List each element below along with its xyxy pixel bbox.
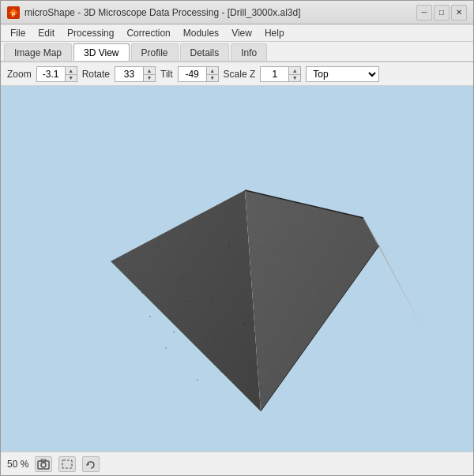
close-button[interactable]: ✕ <box>451 5 467 21</box>
svg-point-7 <box>228 245 230 246</box>
menu-file[interactable]: File <box>4 24 32 41</box>
face-left-overlay <box>111 190 261 411</box>
menu-view[interactable]: View <box>225 24 258 41</box>
zoom-input-group: ▲ ▼ <box>36 66 77 82</box>
scalez-label: Scale Z <box>224 69 256 80</box>
camera-icon[interactable] <box>35 456 52 472</box>
svg-point-8 <box>165 347 167 349</box>
tabs-bar: Image Map 3D View Profile Details Info <box>1 42 473 62</box>
svg-point-4 <box>197 229 198 231</box>
zoom-spinners: ▲ ▼ <box>65 67 77 81</box>
tab-details[interactable]: Details <box>180 43 230 61</box>
3d-viewport[interactable] <box>1 86 473 452</box>
zoom-percentage: 50 % <box>7 459 28 470</box>
svg-point-5 <box>213 300 214 302</box>
svg-point-14 <box>244 324 246 325</box>
rotate-up-button[interactable]: ▲ <box>144 67 155 74</box>
menu-processing[interactable]: Processing <box>61 24 120 41</box>
controls-bar: Zoom ▲ ▼ Rotate ▲ ▼ Tilt ▲ ▼ Scale Z <box>1 62 473 86</box>
svg-point-2 <box>157 245 159 246</box>
scalez-input[interactable] <box>261 67 288 81</box>
tilt-up-button[interactable]: ▲ <box>207 67 218 74</box>
scalez-input-group: ▲ ▼ <box>260 66 301 82</box>
face-top-connect-overlay <box>245 190 379 411</box>
zoom-input[interactable] <box>37 67 65 81</box>
title-bar-controls: ─ □ ✕ <box>416 5 467 21</box>
view-dropdown[interactable]: Top Front Side Perspective <box>306 66 379 82</box>
tilt-label: Tilt <box>160 69 173 80</box>
status-bar: 50 % <box>1 452 473 475</box>
tilt-input[interactable] <box>179 67 206 81</box>
menu-bar: File Edit Processing Correction Modules … <box>1 24 473 42</box>
svg-point-10 <box>220 371 222 373</box>
window-title: microShape - 3D Microscope Data Processi… <box>24 7 300 18</box>
svg-point-13 <box>141 292 143 294</box>
tab-3d-view[interactable]: 3D View <box>73 43 129 61</box>
rotate-down-button[interactable]: ▼ <box>144 74 155 81</box>
svg-point-3 <box>181 276 182 278</box>
tilt-spinners: ▲ ▼ <box>206 67 218 81</box>
svg-point-9 <box>205 339 206 341</box>
tilt-down-button[interactable]: ▼ <box>207 74 218 81</box>
rotate-label: Rotate <box>82 69 110 80</box>
maximize-button[interactable]: □ <box>434 5 450 21</box>
tab-profile[interactable]: Profile <box>131 43 179 61</box>
tab-info[interactable]: Info <box>231 43 267 61</box>
svg-point-16 <box>149 316 151 317</box>
menu-correction[interactable]: Correction <box>120 24 176 41</box>
face-right-overlay <box>363 218 427 336</box>
menu-edit[interactable]: Edit <box>32 24 61 41</box>
rotate-input-group: ▲ ▼ <box>115 66 156 82</box>
canvas-area <box>1 86 473 452</box>
tab-image-map[interactable]: Image Map <box>4 43 72 61</box>
rotate-spinners: ▲ ▼ <box>143 67 155 81</box>
scalez-up-button[interactable]: ▲ <box>289 67 300 74</box>
title-bar: μ microShape - 3D Microscope Data Proces… <box>1 1 473 24</box>
title-bar-left: μ microShape - 3D Microscope Data Proces… <box>7 6 300 19</box>
svg-point-6 <box>173 332 175 333</box>
zoom-label: Zoom <box>7 69 32 80</box>
svg-point-12 <box>189 300 190 302</box>
3d-shape-svg <box>40 103 434 435</box>
rotation-icon[interactable] <box>82 456 100 472</box>
scalez-spinners: ▲ ▼ <box>288 67 300 81</box>
svg-point-15 <box>252 355 254 357</box>
scalez-down-button[interactable]: ▼ <box>289 74 300 81</box>
menu-modules[interactable]: Modules <box>177 24 225 41</box>
svg-point-17 <box>197 379 198 380</box>
svg-text:μ: μ <box>12 10 15 17</box>
svg-rect-21 <box>62 460 72 468</box>
zoom-down-button[interactable]: ▼ <box>66 74 77 81</box>
app-icon: μ <box>7 6 20 19</box>
svg-point-11 <box>236 260 238 262</box>
svg-point-19 <box>41 463 46 467</box>
tilt-input-group: ▲ ▼ <box>178 66 219 82</box>
minimize-button[interactable]: ─ <box>416 5 432 21</box>
rotate-input[interactable] <box>115 67 143 81</box>
select-area-icon[interactable] <box>58 456 76 472</box>
zoom-up-button[interactable]: ▲ <box>66 67 77 74</box>
menu-help[interactable]: Help <box>258 24 291 41</box>
main-window: μ microShape - 3D Microscope Data Proces… <box>0 0 474 476</box>
